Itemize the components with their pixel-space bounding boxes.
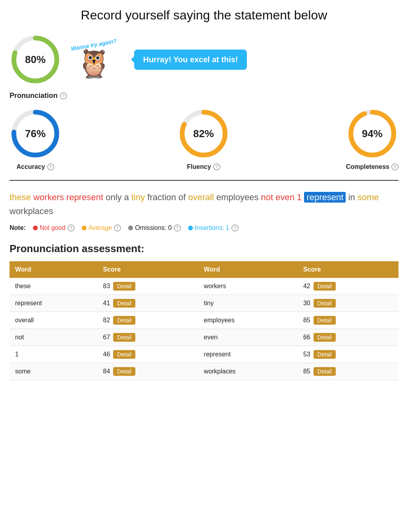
table-row: 1 46 Detail represent 53 Detail <box>10 346 398 363</box>
metric-accuracy: 76% Accuracy ? <box>10 108 61 170</box>
pronunciation-info-icon[interactable]: ? <box>60 92 67 100</box>
pronunciation-label: Pronunciation ? <box>10 92 398 100</box>
metrics-row: 76% Accuracy ? 82% Fluency ? 94% <box>10 108 398 181</box>
table-row: represent 41 Detail tiny 30 Detail <box>10 295 398 312</box>
detail-btn-word1-5[interactable]: Detail <box>113 367 135 376</box>
pronunciation-circle: 80% <box>10 34 61 85</box>
cell-score1-3: 67 Detail <box>98 329 198 346</box>
legend-average-text: Average <box>89 224 112 232</box>
detail-btn-word1-4[interactable]: Detail <box>113 350 135 359</box>
pronunciation-score: 80% <box>25 54 46 66</box>
cell-word2-0: workers <box>198 278 298 295</box>
table-header-row: Word Score Word Score <box>10 261 398 278</box>
cell-word1-1: represent <box>10 295 98 312</box>
legend-insertions: Insertions: 1 ? <box>188 224 239 232</box>
cell-score2-3: 66 Detail <box>298 329 398 346</box>
word-not-even-1: not even 1 <box>261 192 302 202</box>
average-info-icon[interactable]: ? <box>114 224 121 232</box>
legend-omissions: Omissions: 0 ? <box>128 224 181 232</box>
table-row: not 67 Detail even 66 Detail <box>10 329 398 346</box>
owl-mascot-area: Wanna try again? 🦉 <box>71 42 117 77</box>
detail-btn-word1-1[interactable]: Detail <box>113 299 135 308</box>
page-title: Record yourself saying the statement bel… <box>10 8 398 23</box>
legend-omissions-text: Omissions: 0 <box>135 224 171 232</box>
word-represent-highlight: represent <box>304 192 346 203</box>
cell-word2-2: employees <box>198 312 298 329</box>
cell-word1-2: overall <box>10 312 98 329</box>
cell-word1-5: some <box>10 363 98 380</box>
accuracy-score: 76% <box>25 128 46 140</box>
sentence-display: these workers represent only a tiny frac… <box>10 190 398 218</box>
not-good-info-icon[interactable]: ? <box>67 224 75 232</box>
detail-btn-word2-1[interactable]: Detail <box>314 299 336 308</box>
cell-score1-1: 41 Detail <box>98 295 198 312</box>
completeness-score: 94% <box>362 128 383 140</box>
cell-score2-5: 85 Detail <box>298 363 398 380</box>
cell-word2-1: tiny <box>198 295 298 312</box>
detail-btn-word2-4[interactable]: Detail <box>314 350 336 359</box>
metric-fluency: 82% Fluency ? <box>178 108 229 170</box>
dot-insertions <box>188 226 193 230</box>
omissions-info-icon[interactable]: ? <box>174 224 181 232</box>
metric-completeness: 94% Completeness ? <box>346 108 398 170</box>
note-label: Note: <box>10 224 26 232</box>
cell-word2-3: even <box>198 329 298 346</box>
word-overall: overall <box>188 192 214 202</box>
cell-word1-0: these <box>10 278 98 295</box>
detail-btn-word2-2[interactable]: Detail <box>314 316 336 325</box>
word-only-a: only a <box>106 192 131 202</box>
detail-btn-word2-5[interactable]: Detail <box>314 367 336 376</box>
cell-score1-2: 82 Detail <box>98 312 198 329</box>
cell-word1-3: not <box>10 329 98 346</box>
assessment-title: Pronunciation assessment: <box>10 243 398 255</box>
cell-score1-4: 46 Detail <box>98 346 198 363</box>
assessment-table: Word Score Word Score these 83 Detail wo… <box>10 261 398 380</box>
detail-btn-word2-3[interactable]: Detail <box>314 333 336 342</box>
cell-score1-5: 84 Detail <box>98 363 198 380</box>
fluency-label: Fluency ? <box>187 163 220 170</box>
detail-btn-word1-3[interactable]: Detail <box>113 333 135 342</box>
note-section: Note: Not good ? Average ? Omissions: 0 … <box>10 224 398 232</box>
completeness-circle: 94% <box>346 108 398 159</box>
owl-icon: 🦉 <box>77 50 111 77</box>
col-word1: Word <box>10 261 98 278</box>
word-workers-represent: workers represent <box>33 192 103 202</box>
detail-btn-word1-0[interactable]: Detail <box>113 282 135 291</box>
cell-score1-0: 83 Detail <box>98 278 198 295</box>
table-row: these 83 Detail workers 42 Detail <box>10 278 398 295</box>
accuracy-label: Accuracy ? <box>16 163 54 170</box>
cell-word2-4: represent <box>198 346 298 363</box>
word-tiny: tiny <box>131 192 145 202</box>
fluency-circle: 82% <box>178 108 229 159</box>
completeness-label: Completeness ? <box>346 163 398 170</box>
dot-not-good <box>33 226 38 230</box>
legend-average: Average ? <box>82 224 121 232</box>
detail-btn-word1-2[interactable]: Detail <box>113 316 135 325</box>
col-score2: Score <box>298 261 398 278</box>
word-employees: employees <box>216 192 261 202</box>
cell-score2-1: 30 Detail <box>298 295 398 312</box>
dot-average <box>82 226 87 230</box>
completeness-info-icon[interactable]: ? <box>391 163 398 170</box>
word-these: these <box>10 192 31 202</box>
cell-score2-2: 85 Detail <box>298 312 398 329</box>
cell-score2-4: 53 Detail <box>298 346 398 363</box>
word-in: in <box>348 192 357 202</box>
cell-word2-5: workplaces <box>198 363 298 380</box>
top-section: 80% Wanna try again? 🦉 Hurray! You excel… <box>10 34 398 85</box>
col-score1: Score <box>98 261 198 278</box>
table-row: some 84 Detail workplaces 85 Detail <box>10 363 398 380</box>
accuracy-circle: 76% <box>10 108 61 159</box>
cell-score2-0: 42 Detail <box>298 278 398 295</box>
col-word2: Word <box>198 261 298 278</box>
accuracy-info-icon[interactable]: ? <box>47 163 54 170</box>
word-some: some <box>358 192 379 202</box>
word-workplaces: workplaces <box>10 206 53 216</box>
insertions-info-icon[interactable]: ? <box>231 224 239 232</box>
fluency-score: 82% <box>193 128 214 140</box>
table-row: overall 82 Detail employees 85 Detail <box>10 312 398 329</box>
detail-btn-word2-0[interactable]: Detail <box>314 282 336 291</box>
legend-not-good: Not good ? <box>33 224 75 232</box>
fluency-info-icon[interactable]: ? <box>213 163 220 170</box>
speech-bubble: Hurray! You excel at this! <box>134 50 246 70</box>
